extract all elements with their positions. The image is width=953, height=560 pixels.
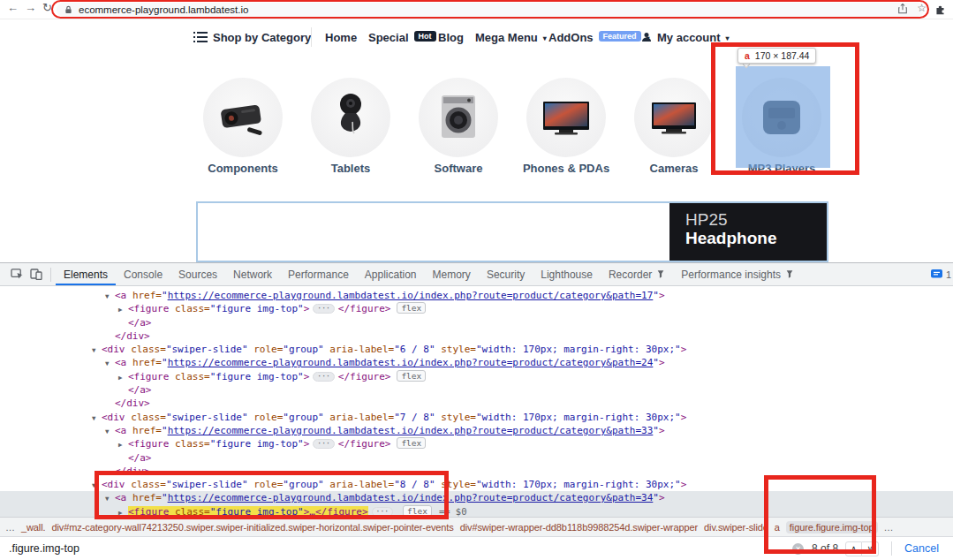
dom-tree-node[interactable]: ▼<div class="swiper-slide" role="group" … [0,411,953,424]
nav-addons[interactable]: AddOns Featured ▾ [548,19,650,55]
code-token: "width: 170px; margin-right: 30px;" [476,344,681,355]
code-token: style= [435,412,476,423]
dom-tree-node[interactable]: </a> [0,383,953,397]
expand-more-badge[interactable]: ··· [313,439,334,449]
promo-banner[interactable]: HP25 Headphone [196,201,828,262]
breadcrumb-overflow[interactable]: … [884,522,894,533]
tab-memory[interactable]: Memory [425,263,479,285]
dom-tree-node[interactable]: </div> [0,329,953,343]
inspect-element-icon[interactable] [7,265,26,284]
nav-special[interactable]: Special Hot [368,19,436,55]
tree-toggle-arrow[interactable]: ▼ [105,290,115,303]
code-token: class= [175,438,210,450]
tree-toggle-arrow[interactable]: ▶ [118,371,128,384]
code-token: "width: 170px; margin-right: 30px;" [476,412,681,423]
tree-toggle-arrow[interactable]: ▼ [92,412,102,425]
code-token: <figure [128,438,175,450]
code-token: "group" [283,344,323,355]
dom-tree-node[interactable]: ▼<div class="swiper-slide" role="group" … [0,343,953,356]
code-token: > [304,371,310,382]
code-token: </figure> [338,371,391,382]
dom-tree-node[interactable]: ▶<figure class="figure img-top">···</fig… [0,370,953,383]
breadcrumb-item[interactable]: div#mz-category-wall74213250.swiper.swip… [51,522,453,533]
code-token: style= [435,344,476,355]
search-divider [891,541,892,556]
tree-toggle-arrow[interactable]: ▼ [105,357,115,370]
search-input[interactable] [0,542,495,555]
expand-more-badge[interactable]: ··· [313,304,334,314]
code-token: </a> [128,384,152,396]
tree-toggle-arrow[interactable]: ▼ [105,425,115,438]
code-token: class= [175,371,210,382]
tree-toggle-arrow[interactable]: ▶ [118,303,128,316]
code-token: role= [248,344,284,355]
category-tile-software[interactable]: Software [405,78,512,175]
tab-elements[interactable]: Elements [56,263,116,285]
dom-tree-node[interactable]: </div> [0,397,953,410]
code-token: > [304,438,310,450]
flex-badge[interactable]: flex [397,370,426,382]
nav-divider [311,27,312,47]
feedback-message-icon[interactable] [931,269,942,279]
expand-more-badge[interactable]: ··· [313,372,334,382]
extensions-puzzle-icon[interactable] [934,4,946,15]
nav-home[interactable]: Home [325,19,357,55]
code-token: href= [132,357,162,368]
tab-security[interactable]: Security [479,263,533,285]
code-token: href= [132,425,162,436]
tab-performance[interactable]: Performance [280,263,357,285]
nav-mega-menu[interactable]: Mega Menu ▾ [475,19,547,55]
category-tile-tablets[interactable]: Tablets [297,78,405,175]
back-button[interactable]: ← [7,1,19,14]
tab-application[interactable]: Application [357,263,425,285]
dom-tree-node[interactable]: ▶<figure class="figure img-top">···</fig… [0,302,953,315]
tab-performance-insights[interactable]: Performance insights [673,263,802,285]
dom-tree-node[interactable]: ▼<a href="https://ecommerce-playground.l… [0,356,953,369]
code-token: " [653,425,659,436]
category-list-icon [193,32,208,42]
breadcrumb-item[interactable]: div.swiper-slide [704,522,768,533]
dom-tree-node[interactable]: ▼<a href="https://ecommerce-playground.l… [0,424,953,437]
code-token: > [681,479,687,490]
tab-console[interactable]: Console [116,263,170,285]
tab-lighthouse[interactable]: Lighthouse [533,263,601,285]
code-token: " [162,290,168,301]
code-token: " [653,290,659,301]
dom-tree-node[interactable]: </a> [0,316,953,329]
category-tile-phones-pdas[interactable]: Phones & PDAs [512,78,620,175]
code-token: > [659,357,665,368]
flex-badge[interactable]: flex [397,437,426,449]
device-toolbar-icon[interactable] [26,265,46,284]
banner-title: HP25 [685,210,827,229]
breadcrumb-overflow[interactable]: … [5,522,15,533]
category-image [419,78,498,157]
user-icon [641,32,652,42]
code-token: "6 / 8" [394,344,435,355]
shop-by-category-menu[interactable]: Shop by Category [193,19,311,55]
code-token: </figure> [338,303,391,314]
code-token: "figure img-top" [210,371,304,382]
flex-badge[interactable]: flex [397,302,426,314]
dom-tree-node[interactable]: ▼<a href="https://ecommerce-playground.l… [0,289,953,302]
category-tile-components[interactable]: Components [189,78,297,175]
forward-button[interactable]: → [25,1,36,14]
breadcrumb-item[interactable]: _wall. [21,522,46,533]
tree-toggle-arrow[interactable]: ▶ [118,438,128,451]
cancel-button[interactable]: Cancel [904,542,939,555]
code-token: > [659,290,665,301]
breadcrumb-item[interactable]: div#swiper-wrapper-dd8b118b9988254d.swip… [460,522,698,533]
dom-tree-node[interactable]: </a> [0,451,953,465]
banner-subtitle: Headphone [685,229,827,248]
nav-blog[interactable]: Blog [438,19,464,55]
tree-toggle-arrow[interactable]: ▼ [92,344,102,357]
code-token: </figure> [338,438,391,450]
promo-banner-text-panel: HP25 Headphone [669,203,827,261]
code-token: https://ecommerce-playground.lambdatest.… [168,425,654,436]
featured-badge: Featured [599,31,641,42]
category-label: Phones & PDAs [512,162,620,175]
tab-recorder[interactable]: Recorder [601,263,673,285]
tab-sources[interactable]: Sources [170,263,225,285]
dom-tree-node[interactable]: ▶<figure class="figure img-top">···</fig… [0,437,953,450]
tab-network[interactable]: Network [225,263,280,285]
category-image [526,78,606,157]
